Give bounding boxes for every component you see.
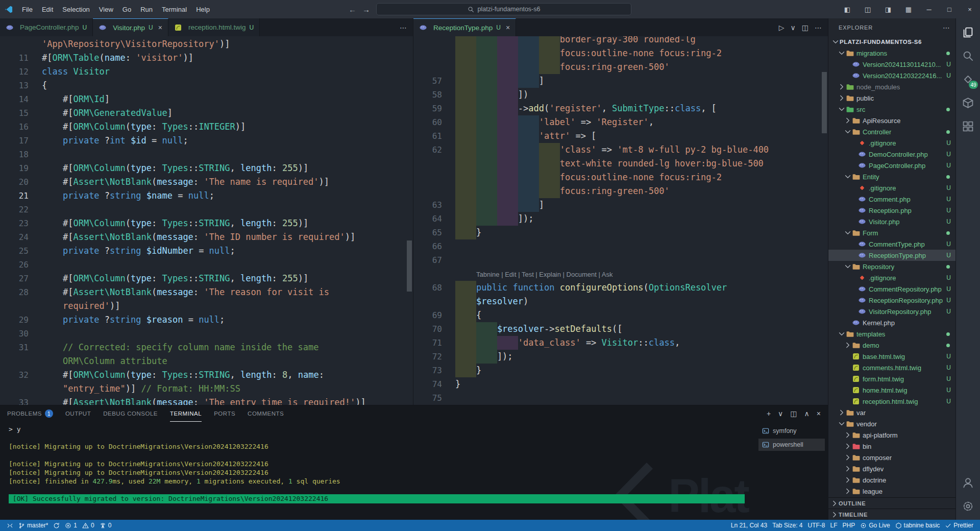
scrollbar-thumb[interactable] bbox=[822, 72, 827, 133]
run-icon[interactable]: ▷ bbox=[779, 23, 785, 32]
code-line[interactable]: 30 bbox=[0, 327, 413, 341]
menu-terminal[interactable]: Terminal bbox=[157, 0, 191, 18]
tree-item-vendor[interactable]: vendor bbox=[828, 418, 955, 429]
tree-item-api-platform[interactable]: api-platform bbox=[828, 429, 955, 441]
tree-item-democontroller-php[interactable]: DemoController.phpU bbox=[828, 149, 955, 160]
panel-tab-debug-console[interactable]: DEBUG CONSOLE bbox=[103, 405, 158, 422]
code-line[interactable]: 73} bbox=[413, 364, 828, 377]
code-line[interactable]: 15 #[ORM\GeneratedValue] bbox=[0, 106, 413, 120]
terminal-instance-symfony[interactable]: symfony bbox=[758, 425, 825, 437]
code-line[interactable]: "entry_time")] // Format: HH:MM:SS bbox=[0, 382, 413, 396]
menu-run[interactable]: Run bbox=[136, 0, 157, 18]
code-line[interactable]: focus:outline-none focus:ring-2 bbox=[413, 171, 828, 184]
tree-item-commentrepository-php[interactable]: CommentRepository.phpU bbox=[828, 283, 955, 295]
terminal-dropdown-icon[interactable]: ∨ bbox=[778, 409, 783, 418]
tree-item-controller[interactable]: Controller bbox=[828, 126, 955, 137]
tree-item-entity[interactable]: Entity bbox=[828, 171, 955, 182]
code-line[interactable]: Tabnine | Edit | Test | Explain | Docume… bbox=[413, 267, 828, 281]
menu-selection[interactable]: Selection bbox=[58, 0, 94, 18]
code-line[interactable]: 31 // Corrected: specify column name ins… bbox=[0, 341, 413, 354]
close-panel-icon[interactable]: × bbox=[817, 409, 821, 418]
code-line[interactable]: text-white rounded-lg hover:bg-blue-500 bbox=[413, 157, 828, 171]
code-line[interactable]: 'App\Repository\VisitorRepository')] bbox=[0, 37, 413, 51]
activity-remote-explorer[interactable] bbox=[956, 91, 980, 114]
status-warnings[interactable]: 0 bbox=[80, 520, 97, 531]
status-branch[interactable]: master* bbox=[16, 520, 51, 531]
panel-tab-comments[interactable]: COMMENTS bbox=[248, 405, 284, 422]
code-line[interactable]: 64]); bbox=[413, 212, 828, 226]
nav-forward-icon[interactable]: → bbox=[362, 5, 370, 14]
tree-item-platzi-fundamentos-s6[interactable]: PLATZI-FUNDAMENTOS-S6 bbox=[828, 36, 955, 47]
code-line[interactable]: 16 #[ORM\Column(type: Types::INTEGER)] bbox=[0, 120, 413, 134]
tree-item-version20241130114210[interactable]: Version20241130114210...U bbox=[828, 59, 955, 70]
status-sync[interactable] bbox=[51, 520, 62, 531]
scrollbar-thumb[interactable] bbox=[407, 240, 412, 292]
menu-go[interactable]: Go bbox=[118, 0, 136, 18]
tree-item-visitorrepository-php[interactable]: VisitorRepository.phpU bbox=[828, 306, 955, 317]
code-line[interactable]: 20 #[Assert\NotBlank(message: 'The name … bbox=[0, 175, 413, 189]
code-line[interactable]: 61'attr' => [ bbox=[413, 129, 828, 143]
code-line[interactable]: 13{ bbox=[0, 79, 413, 92]
status-prettier[interactable]: Prettier bbox=[942, 520, 976, 531]
panel-tab-problems[interactable]: PROBLEMS1 bbox=[7, 405, 53, 422]
tree-item-comments-html-twig[interactable]: comments.html.twigU bbox=[828, 362, 955, 373]
tree-item-kernel-php[interactable]: Kernel.php bbox=[828, 317, 955, 328]
menu-view[interactable]: View bbox=[94, 0, 118, 18]
status-ports[interactable]: 0 bbox=[97, 520, 114, 531]
section-outline[interactable]: OUTLINE bbox=[828, 497, 955, 509]
panel-tab-terminal[interactable]: TERMINAL bbox=[170, 405, 202, 422]
maximize-icon[interactable]: □ bbox=[939, 0, 960, 18]
terminal-output[interactable]: > y[notice] Migrating up to DoctrineMigr… bbox=[0, 422, 758, 520]
code-line[interactable]: $resolver) bbox=[413, 295, 828, 308]
code-line[interactable]: 24 #[Assert\NotBlank(message: 'The ID nu… bbox=[0, 230, 413, 244]
tree-item-var[interactable]: var bbox=[828, 407, 955, 418]
code-line[interactable]: focus:ring-green-500' bbox=[413, 184, 828, 198]
tree-item-gitignore[interactable]: .gitignoreU bbox=[828, 137, 955, 149]
code-line[interactable]: 59->add('register', SubmitType::class, [ bbox=[413, 102, 828, 115]
menu-edit[interactable]: Edit bbox=[37, 0, 58, 18]
section-timeline[interactable]: TIMELINE bbox=[828, 509, 955, 520]
code-line[interactable]: 69{ bbox=[413, 308, 828, 322]
split-editor-icon[interactable]: ◫ bbox=[802, 23, 808, 32]
layout-sidebar-icon[interactable]: ◧ bbox=[837, 0, 857, 18]
code-line[interactable]: 19 #[ORM\Column(type: Types::STRING, len… bbox=[0, 161, 413, 175]
panel-tab-ports[interactable]: PORTS bbox=[214, 405, 235, 422]
code-line[interactable]: 22 bbox=[0, 203, 413, 216]
code-line[interactable]: 63] bbox=[413, 198, 828, 212]
code-line[interactable]: 26 bbox=[0, 258, 413, 272]
tree-item-apiresource[interactable]: ApiResource bbox=[828, 115, 955, 126]
tree-item-gitignore[interactable]: .gitignoreU bbox=[828, 182, 955, 194]
status-remote[interactable] bbox=[4, 520, 16, 531]
tree-item-comment-php[interactable]: Comment.phpU bbox=[828, 194, 955, 205]
codelens-actions[interactable]: Tabnine | Edit | Test | Explain | Docume… bbox=[476, 271, 612, 278]
tree-item-migrations[interactable]: migrations bbox=[828, 47, 955, 59]
tree-item-receptionrepository-php[interactable]: ReceptionRepository.phpU bbox=[828, 295, 955, 306]
code-line[interactable]: 62'class' => 'mt-8 w-full py-2 bg-blue-4… bbox=[413, 143, 828, 157]
close-icon[interactable]: × bbox=[960, 0, 980, 18]
code-line[interactable]: 25 private ?string $idNumber = null; bbox=[0, 244, 413, 258]
status-go-live[interactable]: Go Live bbox=[857, 520, 892, 531]
status-eol[interactable]: LF bbox=[828, 520, 840, 531]
code-line[interactable]: 57] bbox=[413, 74, 828, 88]
minimize-icon[interactable]: ─ bbox=[919, 0, 939, 18]
nav-back-icon[interactable]: ← bbox=[349, 5, 356, 14]
code-line[interactable]: 65} bbox=[413, 226, 828, 239]
code-line[interactable]: 72]); bbox=[413, 350, 828, 364]
layout-panel-icon[interactable]: ◫ bbox=[857, 0, 878, 18]
tree-item-doctrine[interactable]: doctrine bbox=[828, 474, 955, 486]
code-line[interactable]: 21 private ?string $name = null; bbox=[0, 189, 413, 203]
status-tabnine[interactable]: tabnine basic bbox=[893, 520, 943, 531]
command-center-search[interactable]: platzi-fundamentos-s6 bbox=[376, 3, 631, 15]
editor-tab-pagecontroller-php[interactable]: PageController.phpU bbox=[0, 18, 93, 36]
tree-item-form-html-twig[interactable]: form.html.twigU bbox=[828, 373, 955, 384]
tree-item-reception-php[interactable]: Reception.phpU bbox=[828, 205, 955, 216]
status-cursor-position[interactable]: Ln 21, Col 43 bbox=[728, 520, 770, 531]
split-terminal-icon[interactable]: ◫ bbox=[790, 409, 797, 418]
tree-item-repository[interactable]: Repository bbox=[828, 261, 955, 272]
activity-settings[interactable] bbox=[956, 494, 980, 518]
tree-item-public[interactable]: public bbox=[828, 92, 955, 104]
more-actions-icon[interactable]: ⋯ bbox=[943, 23, 950, 32]
tree-item-dflydev[interactable]: dflydev bbox=[828, 463, 955, 474]
close-icon[interactable]: × bbox=[506, 23, 510, 32]
code-line[interactable]: 23 #[ORM\Column(type: Types::STRING, len… bbox=[0, 216, 413, 230]
